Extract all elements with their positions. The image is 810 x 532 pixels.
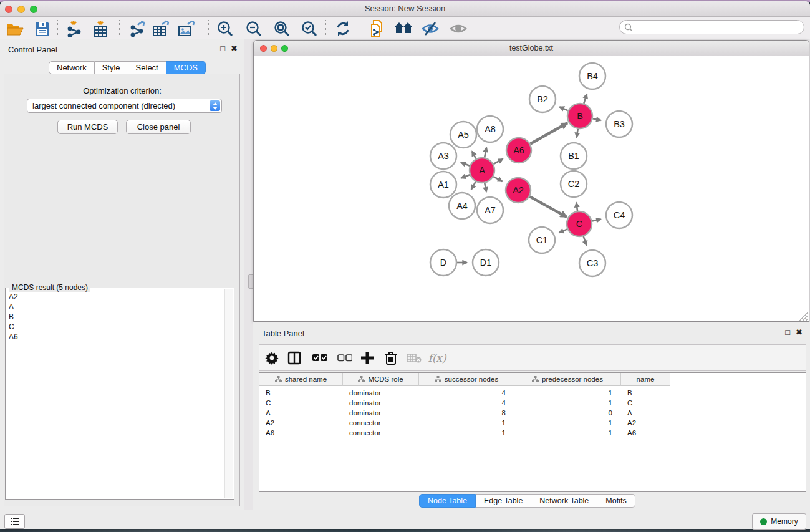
graph-node-B4[interactable]: B4: [579, 63, 605, 89]
show-log-console-button[interactable]: [4, 514, 25, 529]
graph-edge-B-B4[interactable]: [584, 94, 587, 104]
zoom-in-icon[interactable]: [214, 19, 236, 38]
zoom-selected-icon[interactable]: [298, 19, 321, 38]
graph-node-C1[interactable]: C1: [529, 227, 555, 253]
close-panel-icon[interactable]: ✖: [231, 44, 238, 53]
hide-details-icon[interactable]: [419, 19, 441, 38]
close-panel-button[interactable]: Close panel: [126, 120, 191, 134]
cell-name[interactable]: A: [621, 408, 670, 418]
minimize-window-button[interactable]: [17, 6, 25, 13]
mcds-result-item[interactable]: B: [6, 312, 224, 322]
cell-successor-nodes[interactable]: 8: [419, 408, 514, 418]
graph-edge-A-A1[interactable]: [461, 175, 470, 178]
cell-shared-name[interactable]: A6: [259, 428, 343, 438]
cell-name[interactable]: C: [621, 398, 670, 408]
run-mcds-button[interactable]: Run MCDS: [57, 120, 118, 134]
close-window-button[interactable]: [260, 45, 267, 52]
zoom-window-button[interactable]: [30, 6, 37, 13]
show-details-icon[interactable]: [447, 19, 470, 38]
refresh-icon[interactable]: [332, 19, 354, 38]
graph-node-C2[interactable]: C2: [561, 171, 587, 197]
window-resize-grip[interactable]: [799, 312, 808, 321]
search-input[interactable]: [635, 23, 798, 32]
home-icon[interactable]: [392, 19, 415, 38]
column-header-successor-nodes[interactable]: successor nodes: [419, 373, 514, 386]
mcds-list-scrollbar[interactable]: [224, 289, 233, 498]
graph-edge-C-C2[interactable]: [576, 203, 577, 211]
graph-edge-A-A6[interactable]: [493, 159, 503, 164]
graph-node-B[interactable]: B: [567, 104, 592, 128]
table-row[interactable]: Adominator80A: [259, 408, 806, 418]
table-row[interactable]: Bdominator41B: [259, 388, 806, 398]
mcds-result-item[interactable]: C: [6, 322, 224, 332]
cell-predecessor-nodes[interactable]: 1: [514, 428, 621, 438]
graph-edge-C-C4[interactable]: [592, 219, 601, 221]
graph-node-A6[interactable]: A6: [506, 138, 531, 163]
tab-style[interactable]: Style: [95, 61, 128, 74]
column-header-MCDS-role[interactable]: MCDS role: [343, 373, 419, 386]
graph-edge-A-A5[interactable]: [472, 152, 476, 159]
cell-shared-name[interactable]: C: [259, 398, 343, 408]
cell-predecessor-nodes[interactable]: 1: [514, 398, 621, 408]
close-window-button[interactable]: [5, 6, 12, 13]
cell-shared-name[interactable]: A2: [259, 418, 343, 428]
tab-mcds[interactable]: MCDS: [166, 61, 206, 74]
graph-node-D1[interactable]: D1: [473, 249, 499, 276]
cell-predecessor-nodes[interactable]: 1: [514, 388, 621, 398]
column-header-shared-name[interactable]: shared name: [259, 373, 343, 386]
export-network-icon[interactable]: [126, 19, 148, 38]
graph-node-C[interactable]: C: [567, 211, 592, 236]
graph-edge-C-C1[interactable]: [559, 229, 567, 233]
cell-MCDS-role[interactable]: dominator: [343, 388, 419, 398]
graph-edge-A-A4[interactable]: [471, 181, 476, 190]
graph-edge-A2-C[interactable]: [529, 196, 566, 217]
graph-node-B3[interactable]: B3: [606, 111, 632, 137]
cell-shared-name[interactable]: A: [259, 408, 343, 418]
cell-shared-name[interactable]: B: [259, 388, 343, 398]
open-session-icon[interactable]: [4, 19, 26, 38]
float-panel-icon[interactable]: □: [785, 328, 790, 337]
graph-edge-A6-B[interactable]: [530, 123, 567, 143]
save-session-icon[interactable]: [31, 19, 54, 38]
export-image-icon[interactable]: [175, 19, 198, 38]
delete-table-icon[interactable]: [405, 349, 423, 367]
graph-node-A[interactable]: A: [470, 158, 494, 183]
cell-predecessor-nodes[interactable]: 1: [514, 418, 621, 428]
column-header-name[interactable]: name: [621, 373, 670, 386]
graph-node-C4[interactable]: C4: [606, 202, 632, 228]
graph-edge-B-B3[interactable]: [593, 118, 601, 120]
graph-node-B1[interactable]: B1: [561, 143, 587, 169]
select-all-columns-icon[interactable]: [311, 349, 329, 367]
cell-MCDS-role[interactable]: connector: [343, 418, 419, 428]
float-panel-icon[interactable]: □: [220, 44, 225, 53]
graph-node-D[interactable]: D: [430, 249, 456, 276]
zoom-fit-icon[interactable]: [271, 19, 293, 38]
graph-node-A2[interactable]: A2: [506, 178, 531, 203]
minimize-window-button[interactable]: [271, 45, 277, 52]
cell-MCDS-role[interactable]: dominator: [343, 398, 419, 408]
zoom-out-icon[interactable]: [243, 19, 265, 38]
cell-predecessor-nodes[interactable]: 0: [514, 408, 621, 418]
graph-node-A4[interactable]: A4: [449, 193, 475, 219]
network-canvas[interactable]: B4B2BB3A5A8A6A3AA1B1C2A4A7A2CC4C1C3DD1: [254, 56, 809, 321]
tab-select[interactable]: Select: [128, 61, 166, 74]
graph-node-A1[interactable]: A1: [430, 172, 456, 198]
graph-node-A8[interactable]: A8: [477, 116, 503, 142]
graph-node-A3[interactable]: A3: [430, 143, 456, 169]
graph-edge-B-B2[interactable]: [559, 107, 567, 110]
graph-edge-C-C3[interactable]: [584, 236, 587, 246]
cell-name[interactable]: A6: [621, 428, 670, 438]
graph-edge-B-B1[interactable]: [577, 129, 578, 138]
show-column-browser-icon[interactable]: [285, 349, 304, 367]
cell-successor-nodes[interactable]: 1: [419, 418, 514, 428]
graph-node-A5[interactable]: A5: [450, 122, 476, 148]
optimization-criterion-select[interactable]: largest connected component (directed): [27, 99, 222, 113]
tab-motifs[interactable]: Motifs: [597, 494, 635, 508]
mcds-result-item[interactable]: A2: [6, 292, 224, 302]
mcds-result-item[interactable]: A: [6, 302, 224, 312]
create-column-plus-icon[interactable]: [358, 349, 377, 367]
close-panel-icon[interactable]: ✖: [796, 328, 803, 337]
network-graph[interactable]: B4B2BB3A5A8A6A3AA1B1C2A4A7A2CC4C1C3DD1: [254, 56, 809, 321]
table-row[interactable]: A2connector11A2: [259, 418, 806, 428]
graph-node-A7[interactable]: A7: [477, 197, 503, 223]
